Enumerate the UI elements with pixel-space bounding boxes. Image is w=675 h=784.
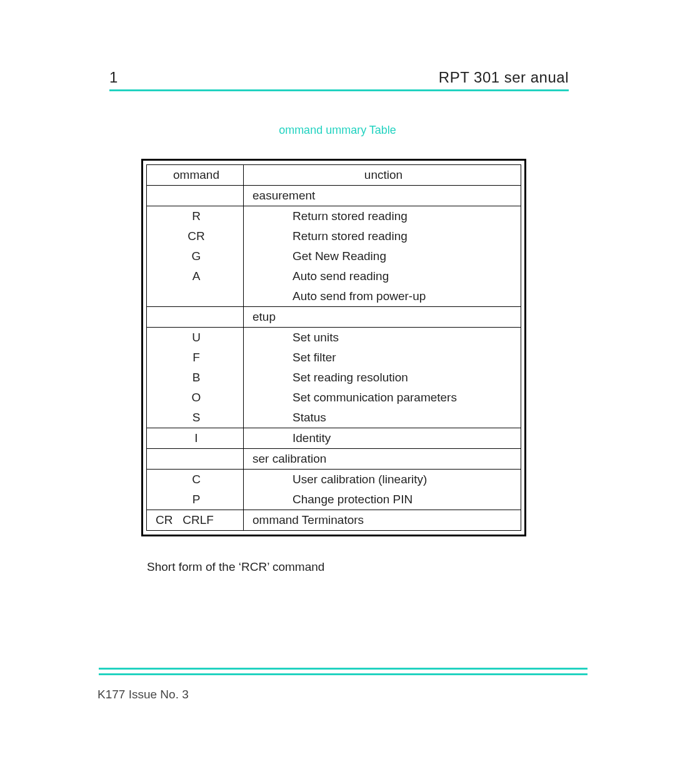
col-function: unction — [244, 165, 521, 186]
section-user-calibration: ser calibration — [147, 449, 521, 470]
row-CR-func: Return stored reading — [244, 226, 521, 246]
header-row: 1 RPT 301 ser anual — [109, 69, 569, 86]
section-measurement-label: easurement — [244, 186, 521, 206]
footnote-rcr: Short form of the ‘RCR’ command — [147, 560, 324, 574]
table-header-row: ommand unction — [147, 165, 521, 186]
row-P-func: Change protection PIN — [244, 490, 521, 510]
col-command: ommand — [147, 165, 244, 186]
manual-page: 1 RPT 301 ser anual ommand ummary Table … — [0, 0, 675, 784]
section-user-calibration-label: ser calibration — [244, 449, 521, 470]
command-summary-table: ommand unction easurement R Return store… — [141, 159, 526, 536]
row-CR-cmd: CR — [147, 226, 244, 246]
row-terminators: CR CRLF ommand Terminators — [147, 510, 521, 531]
row-A-func: Auto send reading — [244, 266, 521, 286]
row-S-cmd: S — [147, 408, 244, 428]
row-B-func: Set reading resolution — [244, 368, 521, 388]
footer-rules — [99, 668, 588, 675]
header-rule — [109, 89, 569, 91]
row-C: C User calibration (linearity) — [147, 470, 521, 490]
page-number: 1 — [109, 69, 118, 86]
row-O-func: Set communication parameters — [244, 388, 521, 408]
row-O: O Set communication parameters — [147, 388, 521, 408]
row-APU: Auto send from power-up — [147, 286, 521, 307]
row-C-func: User calibration (linearity) — [244, 470, 521, 490]
page-title: RPT 301 ser anual — [439, 69, 569, 86]
row-B: B Set reading resolution — [147, 368, 521, 388]
table-caption: ommand ummary Table — [0, 124, 675, 137]
row-B-cmd: B — [147, 368, 244, 388]
row-A: A Auto send reading — [147, 266, 521, 286]
row-G: G Get New Reading — [147, 246, 521, 266]
row-I-func: Identity — [244, 428, 521, 449]
section-measurement: easurement — [147, 186, 521, 206]
row-R: R Return stored reading — [147, 206, 521, 227]
section-setup: etup — [147, 307, 521, 328]
row-C-cmd: C — [147, 470, 244, 490]
row-P: P Change protection PIN — [147, 490, 521, 510]
row-APU-cmd — [147, 286, 244, 307]
section-setup-label: etup — [244, 307, 521, 328]
footer-text: K177 Issue No. 3 — [98, 688, 189, 701]
row-I: I Identity — [147, 428, 521, 449]
row-F-func: Set filter — [244, 348, 521, 368]
row-F: F Set filter — [147, 348, 521, 368]
row-U: U Set units — [147, 328, 521, 348]
row-G-func: Get New Reading — [244, 246, 521, 266]
row-APU-func: Auto send from power-up — [244, 286, 521, 307]
row-G-cmd: G — [147, 246, 244, 266]
row-P-cmd: P — [147, 490, 244, 510]
row-A-cmd: A — [147, 266, 244, 286]
row-O-cmd: O — [147, 388, 244, 408]
row-F-cmd: F — [147, 348, 244, 368]
row-S-func: Status — [244, 408, 521, 428]
row-R-func: Return stored reading — [244, 206, 521, 227]
row-S: S Status — [147, 408, 521, 428]
row-U-cmd: U — [147, 328, 244, 348]
row-terminators-cmd: CR CRLF — [147, 510, 244, 531]
row-I-cmd: I — [147, 428, 244, 449]
row-CR: CR Return stored reading — [147, 226, 521, 246]
row-R-cmd: R — [147, 206, 244, 227]
footer-rule-2 — [99, 673, 588, 675]
row-U-func: Set units — [244, 328, 521, 348]
row-terminators-label: ommand Terminators — [244, 510, 521, 531]
footer-rule-1 — [99, 668, 588, 673]
